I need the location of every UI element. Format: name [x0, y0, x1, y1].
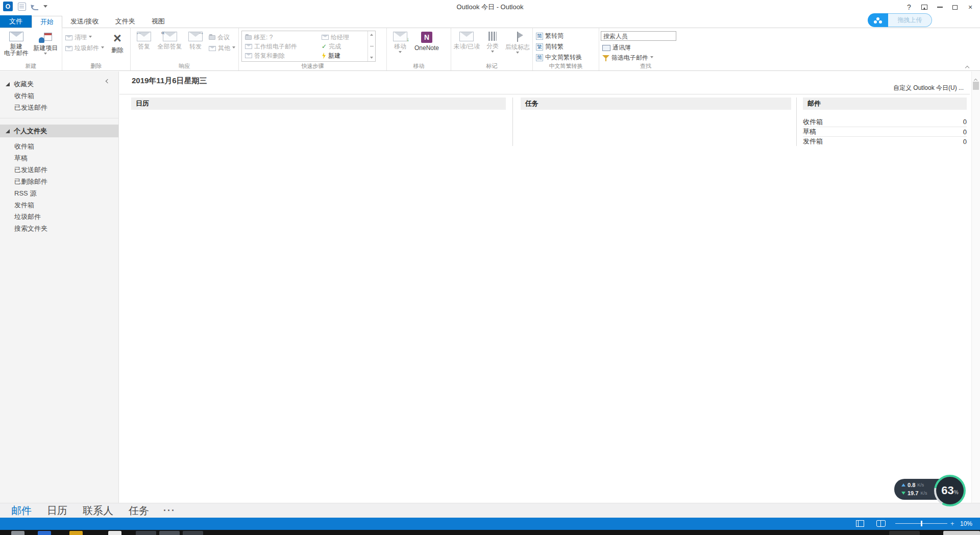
quick-step-move-to[interactable]: 移至: ? — [243, 33, 320, 42]
vertical-scrollbar[interactable] — [971, 71, 980, 503]
close-icon[interactable]: × — [963, 1, 978, 13]
folder-junk[interactable]: 垃圾邮件 — [0, 211, 118, 223]
favorites-header[interactable]: 收藏夹 — [0, 79, 118, 90]
zoom-slider-thumb[interactable] — [921, 521, 922, 526]
nav-more-icon[interactable]: ··· — [163, 505, 176, 516]
junk-button[interactable]: 垃圾邮件 — [64, 43, 106, 54]
quick-step-team-email[interactable]: 工作组电子邮件 — [243, 42, 320, 51]
follow-up-button[interactable]: 后续标志 — [504, 29, 531, 63]
column-divider — [796, 98, 797, 146]
reply-all-button[interactable]: « 全部答复 — [156, 29, 184, 63]
reply-all-icon: « — [163, 32, 177, 41]
more-respond-button[interactable]: 其他 — [207, 43, 237, 54]
tab-file[interactable]: 文件 — [0, 15, 32, 28]
tab-home[interactable]: 开始 — [32, 16, 62, 28]
search-people-input[interactable] — [601, 31, 676, 41]
folder-outbox[interactable]: 发件箱 — [0, 199, 118, 211]
move-button[interactable]: ↓ 移动 — [388, 29, 412, 63]
mail-folder-link[interactable]: 收件箱 — [803, 117, 823, 127]
folder-drafts[interactable]: 草稿 — [0, 152, 118, 164]
drag-upload-widget[interactable]: 拖拽上传 — [868, 13, 932, 27]
help-icon[interactable]: ? — [901, 1, 917, 13]
scrollbar-thumb[interactable] — [973, 82, 979, 90]
ribbon-group-delete: 清理 垃圾邮件 × 删除 删除 — [62, 28, 131, 70]
scroll-down-icon[interactable] — [370, 57, 373, 60]
memory-usage-ring[interactable]: 63 % — [934, 475, 966, 506]
zoom-level[interactable]: 10% — [960, 520, 972, 527]
quick-steps-gallery: 移至: ? 工作组电子邮件 答复和删除 给经理 ✓完成 新建 — [241, 31, 376, 62]
drag-upload-label[interactable]: 拖拽上传 — [888, 13, 932, 27]
categorize-button[interactable]: 分类 — [481, 29, 504, 63]
categorize-icon — [488, 32, 497, 41]
minimize-icon[interactable] — [932, 1, 947, 13]
taskbar-tray[interactable] — [889, 531, 920, 535]
address-book-button[interactable]: 通讯簿 — [601, 42, 676, 53]
nav-mail[interactable]: 邮件 — [11, 504, 32, 518]
expand-triangle-icon[interactable] — [6, 129, 10, 133]
taskbar-window[interactable] — [159, 531, 180, 535]
reading-view-icon[interactable] — [876, 520, 886, 527]
delete-button[interactable]: × 删除 — [106, 29, 129, 63]
divider — [370, 46, 374, 46]
taskbar-icon[interactable] — [69, 531, 83, 535]
calendar-column-header[interactable]: 日历 — [131, 98, 506, 110]
taskbar-icon[interactable] — [38, 531, 51, 535]
chevron-down-icon — [44, 53, 47, 56]
unread-read-button[interactable]: 未读/已读 — [453, 29, 481, 63]
cleanup-button[interactable]: 清理 — [64, 32, 106, 43]
nav-calendar[interactable]: 日历 — [47, 504, 67, 518]
folder-sent[interactable]: 已发送邮件 — [0, 164, 118, 176]
zoom-in-icon[interactable]: + — [950, 520, 954, 527]
folder-rss[interactable]: RSS 源 — [0, 187, 118, 199]
mail-folder-link[interactable]: 发件箱 — [803, 137, 823, 146]
new-email-button[interactable]: 新建电子邮件 — [2, 29, 31, 63]
taskbar-icon[interactable] — [11, 531, 24, 535]
expand-triangle-icon[interactable] — [6, 82, 10, 86]
taskbar-icon[interactable] — [108, 531, 121, 535]
quick-steps-scroll[interactable] — [368, 31, 375, 61]
favorites-inbox[interactable]: 收件箱 — [0, 90, 118, 102]
folder-search[interactable]: 搜索文件夹 — [0, 223, 118, 234]
collapse-ribbon-icon[interactable] — [966, 62, 969, 71]
onenote-button[interactable]: N OneNote — [412, 29, 442, 63]
tab-view[interactable]: 视图 — [143, 15, 173, 28]
taskbar-window[interactable] — [183, 531, 203, 535]
minimize-folder-pane-icon[interactable] — [106, 76, 109, 85]
quick-step-create-new[interactable]: 新建 — [320, 51, 366, 60]
folder-inbox[interactable]: 收件箱 — [0, 140, 118, 152]
folder-deleted[interactable]: 已删除邮件 — [0, 176, 118, 187]
favorites-sent[interactable]: 已发送邮件 — [0, 102, 118, 113]
scroll-up-icon[interactable] — [370, 32, 373, 36]
meeting-button[interactable]: 会议 — [207, 32, 237, 43]
chinese-conversion-button[interactable]: 简 中文简繁转换 — [534, 52, 583, 63]
netdisk-cloud-icon[interactable] — [868, 13, 888, 27]
quick-step-to-manager[interactable]: 给经理 — [320, 33, 366, 42]
normal-view-icon[interactable] — [856, 520, 864, 527]
taskbar-window[interactable] — [136, 531, 156, 535]
mail-column-header[interactable]: 邮件 — [803, 98, 967, 110]
taskbar-tray-right[interactable] — [943, 531, 980, 535]
simplified-to-traditional-button[interactable]: 繁 简转繁 — [534, 41, 583, 52]
quick-step-reply-delete[interactable]: 答复和删除 — [243, 51, 320, 60]
mail-count-row[interactable]: 发件箱 0 — [803, 136, 967, 146]
ribbon-display-options-icon[interactable] — [917, 1, 932, 13]
forward-button[interactable]: → 转发 — [184, 29, 207, 63]
restore-icon[interactable] — [947, 1, 963, 13]
mail-count-row[interactable]: 草稿 0 — [803, 127, 967, 136]
filter-email-button[interactable]: 筛选电子邮件 — [601, 53, 676, 63]
quick-step-done[interactable]: ✓完成 — [320, 42, 366, 51]
nav-people[interactable]: 联系人 — [83, 504, 113, 518]
windows-taskbar[interactable] — [0, 530, 980, 535]
tasks-column-header[interactable]: 任务 — [521, 98, 791, 110]
tab-send-receive[interactable]: 发送/接收 — [62, 15, 107, 28]
new-items-button[interactable]: 新建项目 — [31, 29, 61, 63]
tab-folder[interactable]: 文件夹 — [107, 15, 143, 28]
download-speed: 19.7 — [908, 490, 918, 496]
mail-count-row[interactable]: 收件箱 0 — [803, 117, 967, 127]
traditional-to-simplified-button[interactable]: 简 繁转简 — [534, 31, 583, 41]
reply-button[interactable]: ← 答复 — [132, 29, 156, 63]
mail-folder-link[interactable]: 草稿 — [803, 127, 816, 136]
personal-folders-header[interactable]: 个人文件夹 — [0, 125, 118, 137]
nav-tasks[interactable]: 任务 — [129, 504, 149, 518]
customize-outlook-today-link[interactable]: 自定义 Outlook 今日(U) ... — [893, 84, 964, 92]
